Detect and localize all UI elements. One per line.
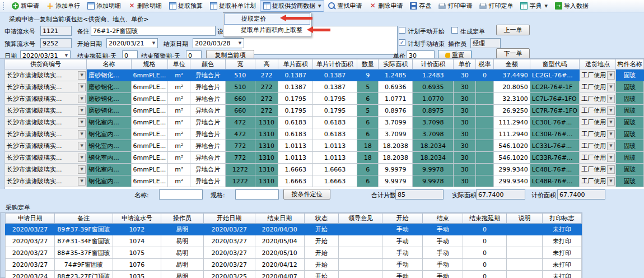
column-header[interactable]: 申请日期 [6,214,55,224]
generate-order-checkbox[interactable] [451,27,458,34]
cell[interactable]: LC2GL-76#... [530,70,579,81]
cell[interactable]: 异地合片 [190,128,225,140]
cell[interactable] [339,271,382,278]
chevron-down-icon[interactable]: ▼ [78,95,86,103]
cell[interactable]: 1072 [113,224,161,235]
cell[interactable]: 手动 [423,235,463,247]
cell[interactable]: 1.0770 [413,93,454,105]
cell[interactable]: 1272 [225,175,255,187]
toolbar-print-order-button[interactable]: 打印定单 [476,0,516,12]
cell[interactable]: 6mmPLE... [131,152,168,164]
column-header[interactable]: 操作员 [161,214,203,224]
chevron-down-icon[interactable]: ▼ [607,83,615,91]
column-header[interactable]: 结束拖延期 [463,214,507,224]
cell[interactable]: 1.0771 [379,93,413,105]
cell[interactable]: m² [168,152,190,164]
cell[interactable] [476,175,493,187]
column-header[interactable]: 开始 [382,214,423,224]
cell[interactable]: LC7R-76#-1FO [530,105,579,117]
column-header[interactable]: 开始日期 [203,214,255,224]
column-header[interactable]: 名称 [87,59,131,70]
remark-field[interactable] [91,26,216,36]
actual-area-field[interactable] [476,189,525,200]
cell[interactable]: 长沙市潇湘玻璃实...▼ [5,140,87,152]
cell[interactable]: 0.6183 [313,128,357,140]
cell[interactable]: LC33L-76#... [530,140,579,152]
cell[interactable]: 0.1387 [313,81,357,93]
cell[interactable]: 0 [463,271,507,278]
cell[interactable]: 6mmPLE... [131,81,168,93]
cell[interactable]: 2020/03/27 [6,259,55,271]
toolbar-extract-budget-button[interactable]: 提取预算 [166,0,206,12]
chevron-down-icon[interactable]: ▼ [607,165,615,174]
cell[interactable]: 87#31-34F窗固玻 [54,235,113,247]
cell[interactable]: 2020/04/12 [255,259,304,271]
cell[interactable]: 18 [357,152,379,164]
chevron-down-icon[interactable]: ▼ [78,83,86,91]
cell[interactable]: 未打印 [542,259,581,271]
chevron-down-icon[interactable]: ▼ [63,53,70,58]
column-header[interactable]: 申请流水号 [113,214,161,224]
column-header[interactable]: 备注 [54,214,113,224]
cell[interactable]: 0 [463,247,507,259]
cell[interactable]: 30 [454,152,476,164]
cell[interactable]: 工厂使用▼ [580,81,616,93]
cell[interactable]: 3.7098 [413,128,454,140]
locate-by-condition-button[interactable]: 按条件定位 [283,189,330,200]
cell[interactable]: 1.0113 [278,152,313,164]
column-header[interactable]: 税率 [476,59,493,70]
toolbar-print-request-button[interactable]: 打印申请 [435,0,475,12]
cell[interactable]: 磨砂钢化... [87,93,131,105]
cell[interactable]: 未打印 [542,235,581,247]
cell[interactable]: 26.9250 [493,105,530,117]
cell[interactable]: 1310 [255,117,278,128]
column-header[interactable]: 单位 [168,59,190,70]
toolbar-extract-supplier-data-button[interactable]: 提取供货商数据▼ [260,0,324,12]
chevron-down-icon[interactable]: ▼ [78,106,86,115]
cell[interactable]: 6mmPLE... [131,105,168,117]
cell[interactable]: 3.7098 [413,117,454,128]
cell[interactable]: 6 [357,164,379,175]
cell[interactable]: m² [168,70,190,81]
cell[interactable]: 0.6936 [379,81,413,93]
cell[interactable]: 固玻 [616,93,644,105]
cell[interactable]: 660 [225,93,255,105]
cell[interactable]: m² [168,164,190,175]
cell[interactable]: 长沙市潇湘玻璃实...▼ [5,81,87,93]
cell[interactable]: 长沙市潇湘玻璃实...▼ [5,128,87,140]
column-header[interactable]: 实际面积 [379,59,413,70]
cell[interactable]: LC33R-76#... [530,152,579,164]
cell[interactable]: 工厂使用▼ [580,70,616,81]
cell[interactable]: 长沙市潇湘玻璃实...▼ [5,93,87,105]
cell[interactable]: 钢化室内... [87,117,131,128]
priced-area-field[interactable] [557,189,605,200]
chevron-down-icon[interactable]: ▼ [78,177,86,186]
cell[interactable]: 2020/03/27 [6,224,55,235]
chevron-down-icon[interactable]: ▼ [607,95,615,103]
cell[interactable]: 固玻 [616,70,644,81]
cell[interactable]: 1.6663 [278,175,313,187]
cell[interactable] [476,117,493,128]
cell[interactable]: 88#23-27F门顶玻 [54,271,113,278]
operator-field[interactable] [470,38,501,48]
cell[interactable]: 手动 [423,259,463,271]
cell[interactable]: 0.1795 [313,93,357,105]
cell[interactable]: 手动 [382,247,423,259]
cell[interactable]: 长沙市潇湘玻璃实...▼ [5,117,87,128]
cell[interactable] [339,224,382,235]
cell[interactable]: 510 [225,70,255,81]
column-header[interactable]: 说明 [507,214,543,224]
cell[interactable]: 546.1020 [493,140,530,152]
cell[interactable]: 472 [225,128,255,140]
chevron-down-icon[interactable]: ▼ [78,165,86,174]
chevron-down-icon[interactable]: ▼ [78,118,86,127]
cell[interactable]: 手动 [423,247,463,259]
cell[interactable]: 9.9979 [379,164,413,175]
toolbar-import-data-button[interactable]: 导入数据 [552,0,592,12]
cell[interactable]: 6 [357,117,379,128]
cell[interactable]: 272 [255,105,278,117]
cell[interactable]: 6 [357,128,379,140]
chevron-down-icon[interactable]: ▼ [78,71,86,80]
cell[interactable]: 0.6183 [313,117,357,128]
chevron-down-icon[interactable]: ▼ [544,4,547,8]
